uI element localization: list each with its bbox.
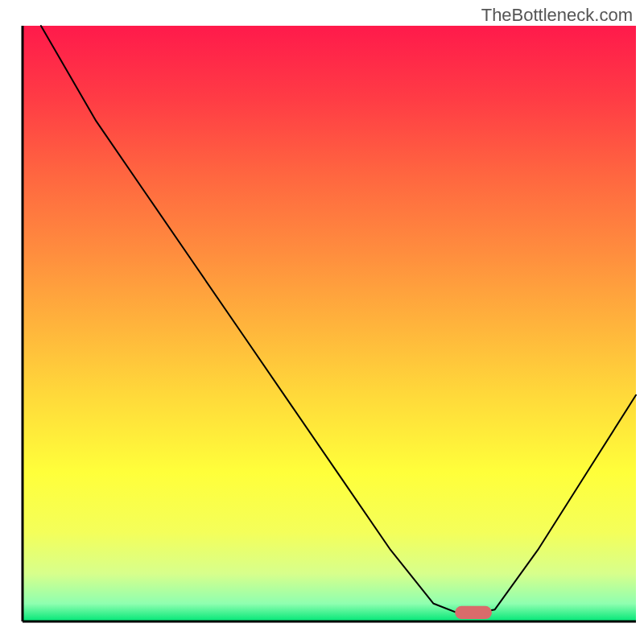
chart-container: TheBottleneck.com <box>0 0 644 644</box>
chart-svg <box>0 0 644 644</box>
chart-background <box>23 26 636 621</box>
watermark-text: TheBottleneck.com <box>481 5 633 26</box>
optimal-point-marker <box>455 606 492 619</box>
